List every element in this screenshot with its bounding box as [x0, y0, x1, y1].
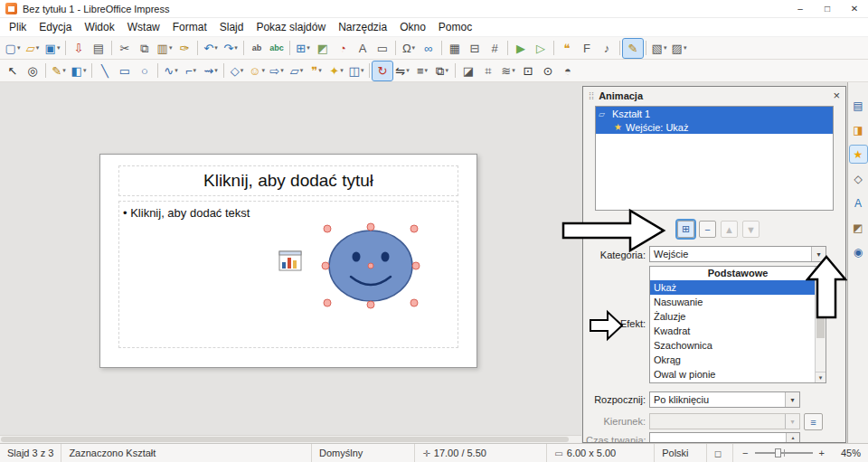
tab-gallery[interactable]: ◩: [850, 219, 867, 236]
special-character-button[interactable]: Ω: [399, 39, 419, 58]
tab-properties[interactable]: ▤: [850, 97, 867, 114]
effect-option[interactable]: Ukaż: [650, 280, 826, 295]
insert-comment-button[interactable]: ❝: [557, 39, 577, 58]
scrollbar-thumb[interactable]: [816, 268, 825, 338]
save-button[interactable]: ▣: [42, 39, 62, 58]
menu-item[interactable]: Pokaz slajdów: [250, 19, 332, 35]
effect-option[interactable]: Owal w pionie: [650, 367, 826, 382]
redo-button[interactable]: ↷: [221, 39, 241, 58]
arrange-tool[interactable]: ⧉: [432, 61, 452, 80]
chevron-down-icon[interactable]: ▾: [811, 247, 826, 261]
effect-option[interactable]: Żaluzje: [650, 309, 826, 324]
add-effect-button[interactable]: ⊞: [677, 221, 694, 238]
animation-list-item-shape[interactable]: ▱Kształt 1: [596, 107, 833, 120]
fill-color-button[interactable]: ◧: [69, 61, 89, 80]
print-button[interactable]: ▤: [89, 39, 108, 58]
zoom-out-button[interactable]: −: [741, 448, 750, 458]
menu-item[interactable]: Slajd: [213, 19, 250, 35]
zoom-in-button[interactable]: +: [817, 448, 826, 458]
snap-to-grid-button[interactable]: ⊟: [465, 39, 485, 58]
undo-button[interactable]: ↶: [201, 39, 221, 58]
chevron-down-icon[interactable]: ▾: [785, 392, 799, 407]
image-filter-button[interactable]: ≋: [498, 61, 518, 80]
find-replace-button[interactable]: ab: [247, 39, 267, 58]
block-arrows-tool[interactable]: ⇨: [267, 61, 287, 80]
effect-options-button[interactable]: ≡: [804, 413, 823, 430]
chart-placeholder-icon[interactable]: [278, 250, 302, 272]
category-dropdown[interactable]: Wejście ▾: [649, 246, 826, 262]
zoom-percentage[interactable]: 45%: [834, 444, 868, 462]
export-pdf-button[interactable]: ⇩: [69, 39, 89, 58]
symbol-shapes-tool[interactable]: ☺: [247, 61, 267, 80]
move-up-button[interactable]: ▲: [721, 221, 738, 238]
tab-shapes[interactable]: ◇: [850, 170, 867, 187]
panel-grip-icon[interactable]: ⁞⁞: [589, 90, 594, 101]
effect-listbox[interactable]: Podstawowe UkażNasuwanieŻaluzjeKwadratSz…: [649, 266, 826, 383]
start-dropdown[interactable]: Po kliknięciu ▾: [649, 391, 800, 408]
spin-up-icon[interactable]: ▴: [787, 433, 799, 440]
zoom-slider[interactable]: [755, 452, 813, 454]
spelling-button[interactable]: abc: [267, 39, 287, 58]
zoom-slider-thumb[interactable]: [775, 448, 781, 457]
gluepoints-button[interactable]: ⊙: [538, 61, 558, 80]
extrusion-button[interactable]: ◓: [558, 61, 578, 80]
curve-tool[interactable]: ∿: [161, 61, 181, 80]
effect-list-scrollbar[interactable]: ▾: [815, 267, 826, 382]
tab-navigator[interactable]: ◉: [850, 243, 867, 260]
open-button[interactable]: ▱: [23, 39, 42, 58]
horizontal-scrollbar[interactable]: [0, 435, 581, 443]
start-from-current-slide-button[interactable]: ▷: [531, 39, 551, 58]
language-status[interactable]: Polski: [655, 444, 707, 462]
header-footer-button[interactable]: ▭: [373, 39, 392, 58]
clone-formatting-button[interactable]: ✑: [175, 39, 194, 58]
scroll-down-icon[interactable]: ▾: [816, 372, 826, 382]
move-down-button[interactable]: ▼: [742, 221, 760, 238]
line-color-button[interactable]: ✎: [49, 61, 69, 80]
applied-effects-list[interactable]: ▱Kształt 1 ★Wejście: Ukaż: [595, 106, 834, 211]
smiley-shape-selected[interactable]: [321, 222, 420, 309]
menu-item[interactable]: Format: [166, 19, 213, 35]
paste-button[interactable]: ▥: [155, 39, 175, 58]
crop-button[interactable]: ⌗: [478, 61, 498, 80]
insert-line-tool[interactable]: ╲: [95, 61, 115, 80]
fit-slide-button[interactable]: ◻: [707, 444, 733, 462]
edit-points-button[interactable]: ⊡: [518, 61, 538, 80]
insert-image-button[interactable]: ◩: [313, 39, 333, 58]
helplines-button[interactable]: #: [485, 39, 505, 58]
minimize-button[interactable]: –: [787, 0, 814, 17]
effect-option[interactable]: Szachownica: [650, 338, 826, 353]
3d-objects-tool[interactable]: ◫: [346, 61, 366, 80]
effect-option[interactable]: Okrąg: [650, 353, 826, 367]
show-draw-functions-button[interactable]: ✎: [623, 39, 643, 58]
effect-option[interactable]: Nasuwanie: [650, 295, 826, 309]
insert-table-button[interactable]: ⊞: [293, 39, 313, 58]
cut-button[interactable]: ✂: [115, 39, 135, 58]
tab-styles[interactable]: A: [850, 194, 867, 212]
new-slide-button[interactable]: ▧: [649, 39, 669, 58]
insert-fontwork-button[interactable]: F: [577, 39, 597, 58]
menu-item[interactable]: Edycja: [33, 19, 78, 35]
align-tool[interactable]: ≡: [412, 61, 432, 80]
panel-close-icon[interactable]: ×: [833, 89, 840, 102]
flip-tool[interactable]: ⇋: [392, 61, 412, 80]
effect-option[interactable]: Kwadrat: [650, 324, 826, 338]
basic-shapes-tool[interactable]: ◇: [227, 61, 247, 80]
hyperlink-button[interactable]: ∞: [419, 39, 439, 58]
zoom-pan-tool[interactable]: ◎: [23, 61, 42, 80]
horizontal-scrollbar-thumb[interactable]: [1, 437, 569, 442]
menu-item[interactable]: Narzędzia: [332, 19, 393, 35]
insert-textbox-button[interactable]: A: [353, 39, 373, 58]
shadow-button[interactable]: ◪: [458, 61, 478, 80]
insert-media-button[interactable]: ♪: [597, 39, 617, 58]
rectangle-tool[interactable]: ▭: [115, 61, 135, 80]
duration-spinner[interactable]: ▴ ▾: [649, 432, 800, 443]
menu-item[interactable]: Widok: [78, 19, 120, 35]
tab-animation[interactable]: ★: [850, 146, 867, 163]
rotate-tool[interactable]: ↻: [373, 61, 392, 80]
lines-arrows-tool[interactable]: ⇝: [201, 61, 221, 80]
start-from-first-slide-button[interactable]: ▶: [511, 39, 531, 58]
flowchart-tool[interactable]: ▱: [287, 61, 307, 80]
menu-item[interactable]: Wstaw: [121, 19, 166, 35]
insert-chart-button[interactable]: ◔: [333, 39, 353, 58]
maximize-button[interactable]: □: [814, 0, 841, 17]
